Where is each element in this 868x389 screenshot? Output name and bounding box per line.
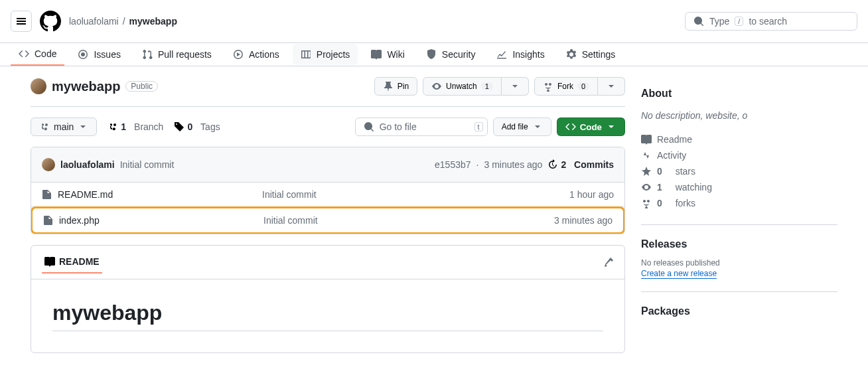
code-button[interactable]: Code — [557, 117, 625, 136]
gear-icon — [566, 49, 577, 60]
commit-time: 3 minutes ago — [484, 159, 542, 170]
code-icon — [19, 48, 29, 59]
edit-readme-button[interactable] — [603, 257, 614, 268]
file-icon — [42, 189, 52, 200]
pulls-icon — [142, 49, 153, 60]
stars-link[interactable]: 0 stars — [641, 163, 837, 179]
fork-dropdown[interactable] — [598, 77, 625, 96]
fork-icon — [543, 81, 553, 92]
tab-pulls[interactable]: Pull requests — [134, 44, 220, 65]
commit-sha[interactable]: e1553b7 — [435, 159, 471, 170]
about-heading: About — [641, 88, 837, 100]
chevron-down-icon — [606, 81, 616, 92]
tags-link[interactable]: 0 Tags — [174, 121, 220, 132]
pin-icon — [383, 81, 394, 92]
author-link[interactable]: laoluafolami — [60, 159, 115, 170]
menu-button[interactable] — [11, 11, 32, 32]
eye-icon — [641, 182, 652, 193]
file-row[interactable]: README.md Initial commit 1 hour ago — [31, 183, 624, 207]
tab-projects[interactable]: Projects — [293, 44, 358, 65]
tab-actions[interactable]: Actions — [225, 44, 287, 65]
create-release-link[interactable]: Create a new release — [641, 269, 717, 279]
commit-message[interactable]: Initial commit — [120, 159, 175, 170]
file-icon — [43, 215, 54, 226]
eye-icon — [431, 81, 442, 92]
repo-toolbar: main 1 Branch 0 Tags Go to file t Add fi… — [31, 117, 625, 136]
chevron-down-icon — [532, 121, 543, 132]
add-file-button[interactable]: Add file — [493, 117, 551, 136]
breadcrumb: laoluafolami / mywebapp — [69, 16, 177, 27]
latest-commit-bar: laoluafolami Initial commit e1553b7 · 3 … — [31, 147, 624, 183]
star-icon — [641, 166, 652, 177]
avatar[interactable] — [42, 158, 55, 171]
chevron-down-icon — [510, 81, 520, 92]
tab-issues[interactable]: Issues — [70, 44, 128, 65]
graph-icon — [496, 49, 507, 60]
shield-icon — [426, 49, 437, 60]
fork-button[interactable]: Fork0 — [534, 77, 598, 96]
branch-icon — [39, 121, 50, 132]
history-icon — [547, 159, 558, 170]
highlighted-file: index.php Initial commit 3 minutes ago — [31, 206, 625, 234]
chevron-down-icon — [606, 121, 616, 132]
branches-link[interactable]: 1 Branch — [108, 121, 163, 132]
sidebar: About No description, website, o Readme … — [641, 77, 837, 353]
search-icon — [364, 121, 374, 132]
github-icon — [40, 11, 61, 32]
tab-security[interactable]: Security — [418, 44, 484, 65]
branch-icon — [108, 121, 118, 132]
unwatch-dropdown[interactable] — [502, 77, 529, 96]
readme-box: README mywebapp — [31, 245, 625, 353]
repo-nav: Code Issues Pull requests Actions Projec… — [0, 43, 868, 66]
unwatch-button[interactable]: Unwatch1 — [423, 77, 502, 96]
tag-icon — [174, 121, 184, 132]
book-icon — [641, 134, 652, 145]
commits-link[interactable]: 2 Commits — [547, 159, 614, 170]
book-icon — [44, 256, 55, 267]
no-releases: No releases published — [641, 258, 837, 268]
search-icon — [693, 16, 704, 27]
actions-icon — [233, 49, 244, 60]
hamburger-icon — [16, 16, 27, 27]
watching-link[interactable]: 1 watching — [641, 179, 837, 195]
watch-group: Unwatch1 — [423, 77, 529, 96]
projects-icon — [301, 49, 311, 60]
pulse-icon — [641, 150, 652, 161]
readme-tab[interactable]: README — [42, 251, 102, 273]
repo-link[interactable]: mywebapp — [129, 16, 177, 27]
tab-code[interactable]: Code — [11, 43, 64, 66]
pencil-icon — [603, 257, 614, 268]
fork-icon — [641, 198, 652, 208]
search-input[interactable]: Type / to search — [685, 12, 857, 31]
about-desc: No description, website, o — [641, 110, 837, 121]
goto-file-input[interactable]: Go to file t — [355, 117, 488, 136]
owner-link[interactable]: laoluafolami — [69, 16, 119, 27]
slash-kbd: / — [735, 17, 743, 26]
releases-heading: Releases — [641, 238, 837, 250]
fork-group: Fork0 — [534, 77, 625, 96]
readme-link[interactable]: Readme — [641, 131, 837, 147]
file-row[interactable]: index.php Initial commit 3 minutes ago — [33, 208, 623, 232]
pin-button[interactable]: Pin — [374, 77, 417, 96]
code-icon — [565, 121, 576, 132]
readme-title: mywebapp — [52, 301, 603, 331]
packages-heading: Packages — [641, 305, 837, 317]
branch-select[interactable]: main — [31, 117, 97, 136]
wiki-icon — [371, 49, 382, 60]
visibility-badge: Public — [125, 81, 158, 92]
chevron-down-icon — [78, 121, 88, 132]
activity-link[interactable]: Activity — [641, 147, 837, 163]
page-title: mywebapp — [52, 79, 120, 94]
file-listing: laoluafolami Initial commit e1553b7 · 3 … — [31, 147, 625, 234]
app-header: laoluafolami / mywebapp Type / to search — [0, 0, 868, 43]
tab-wiki[interactable]: Wiki — [363, 44, 412, 65]
github-logo[interactable] — [40, 11, 61, 32]
issues-icon — [78, 49, 88, 60]
repo-title-row: mywebapp Public Pin Unwatch1 Fork0 — [31, 77, 625, 107]
forks-link[interactable]: 0 forks — [641, 195, 837, 211]
tab-settings[interactable]: Settings — [558, 44, 624, 65]
avatar[interactable] — [31, 78, 46, 94]
tab-insights[interactable]: Insights — [488, 44, 552, 65]
